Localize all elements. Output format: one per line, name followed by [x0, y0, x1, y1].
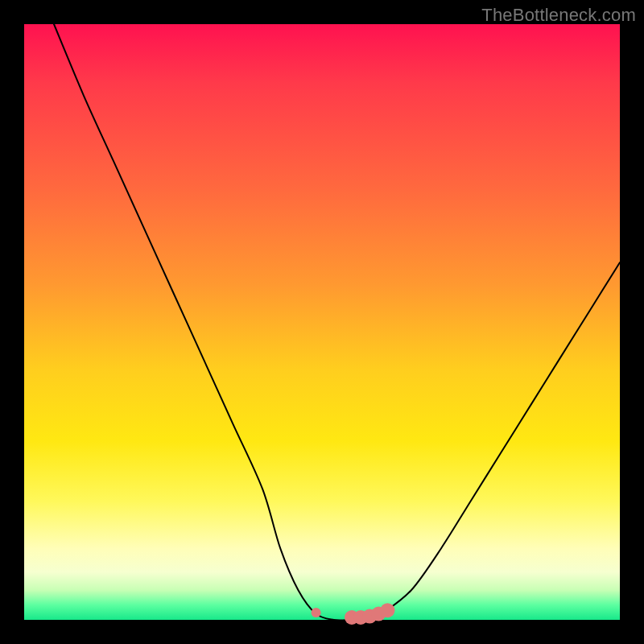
plot-area: [24, 24, 620, 620]
chart-frame: TheBottleneck.com: [0, 0, 644, 644]
valley-dot: [312, 608, 321, 617]
valley-dots: [312, 603, 395, 625]
bottleneck-curve: [54, 24, 620, 621]
curve-svg: [24, 24, 620, 620]
valley-dot: [380, 603, 394, 617]
watermark-text: TheBottleneck.com: [481, 5, 636, 26]
